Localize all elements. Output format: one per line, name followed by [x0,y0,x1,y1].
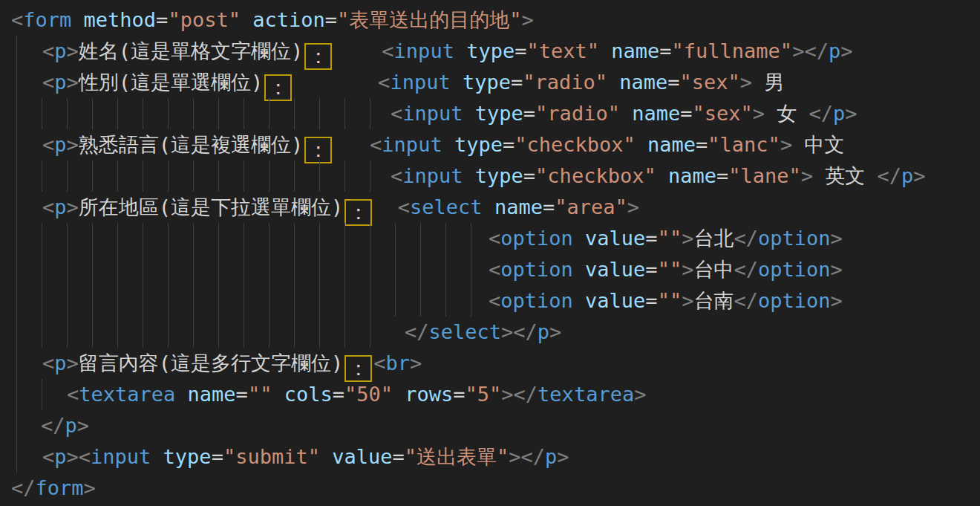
token-punctuation: > [740,71,752,94]
token-punctuation: ></ [509,445,545,468]
token-punctuation: </ [734,227,758,250]
token-punctuation: < [42,133,54,156]
code-line-10[interactable]: <option value="">台南</option> [0,285,980,317]
token-punctuation: > [913,164,925,187]
token-tag-name: option [500,227,573,250]
token-string-value: "radio" [523,71,607,94]
token-tag-name: option [758,258,831,281]
token-tag-name: select [429,320,502,343]
code-line-12[interactable]: <p>留言內容(這是多行文字欄位)：<br> [0,348,980,379]
token-string-value: "checkbox" [535,164,656,187]
token-punctuation: < [42,71,54,94]
token-punctuation: > [67,39,79,62]
token-tag-name: p [545,445,557,468]
code-line-7[interactable]: <p>所在地區(這是下拉選單欄位)： <select name="area"> [0,192,980,223]
token-plain-text [573,227,585,250]
token-plain-text [333,133,370,156]
token-punctuation: </ [734,258,758,281]
token-tag-name: input [91,445,151,468]
token-plain-text: 中文 [792,133,844,156]
token-plain-text: 英文 [813,164,878,187]
code-line-4[interactable]: <input type="radio" name="sex"> 女 </p> [0,98,980,129]
token-punctuation: > [830,289,842,312]
token-punctuation: > [753,102,765,125]
token-plain-text: 台南 [693,289,734,312]
token-plain-text [442,133,454,156]
token-punctuation: > [67,71,79,94]
token-plain-text [620,102,632,125]
unicode-highlight-fullwidth-colon: ： [304,137,332,163]
token-punctuation: < [42,39,54,62]
token-equals-operator: = [645,289,657,312]
token-equals-operator: = [716,164,728,187]
code-editor[interactable]: <form method="post" action="表單送出的目的地"><p… [0,0,980,506]
code-line-13[interactable]: <textarea name="" cols="50" rows="5"></t… [0,379,980,410]
token-plain-text [151,445,163,468]
code-line-11[interactable]: </select></p> [0,317,980,348]
code-line-1[interactable]: <form method="post" action="表單送出的目的地"> [0,4,980,36]
token-punctuation: < [489,289,500,312]
token-punctuation: > [830,258,842,281]
code-line-15[interactable]: <p><input type="submit" value="送出表單"></p… [0,441,980,473]
token-attribute-name: name [188,383,236,406]
token-punctuation: < [391,102,402,125]
token-tag-name: option [758,289,831,312]
code-line-16[interactable]: </form> [0,473,980,504]
code-line-6[interactable]: <input type="checkbox" name="lane"> 英文 <… [0,160,980,192]
token-attribute-name: type [454,133,503,156]
token-attribute-name: value [585,227,645,250]
token-string-value: "area" [555,195,627,218]
token-equals-operator: = [514,39,526,62]
token-punctuation: ></ [792,39,829,62]
token-punctuation: > [77,414,89,437]
token-punctuation: > [830,227,842,250]
token-plain-text [656,164,668,187]
token-punctuation: < [378,71,390,94]
token-tag-name: select [410,195,483,218]
token-tag-name: p [538,320,549,343]
token-punctuation: </ [405,320,429,343]
token-string-value: "submit" [223,445,320,468]
token-plain-text [573,258,585,281]
code-line-2[interactable]: <p>姓名(這是單格文字欄位)： <input type="text" name… [0,36,980,67]
code-line-5[interactable]: <p>熟悉語言(這是複選欄位)： <input type="checkbox" … [0,129,980,160]
token-string-value: "checkbox" [514,133,636,156]
token-attribute-name: name [668,164,716,187]
token-string-value: "" [658,258,682,281]
token-equals-operator: = [212,445,223,468]
token-string-value: "" [658,227,682,250]
token-punctuation: < [370,133,382,156]
code-line-3[interactable]: <p>性別(這是單選欄位)： <input type="radio" name=… [0,67,980,98]
token-attribute-name: name [611,39,659,62]
token-tag-name: option [758,227,831,250]
token-tag-name: form [23,8,71,31]
code-line-14[interactable]: </p> [0,410,980,441]
token-attribute-name: method [84,8,157,31]
code-line-9[interactable]: <option value="">台中</option> [0,254,980,285]
token-attribute-name: name [494,195,543,218]
token-attribute-name: type [475,164,523,187]
token-plain-text [320,445,332,468]
unicode-highlight-fullwidth-colon: ： [344,355,372,382]
code-line-8[interactable]: <option value="">台北</option> [0,223,980,254]
token-punctuation: > [557,445,569,468]
token-attribute-name: name [619,71,667,94]
token-tag-name: input [402,102,463,125]
token-tag-name: input [402,164,463,187]
token-punctuation: > [801,164,813,187]
token-punctuation: < [382,39,393,62]
token-punctuation: < [373,351,385,374]
token-plain-text: 熟悉語言(這是複選欄位) [79,133,304,156]
token-tag-name: p [54,445,66,468]
token-equals-operator: = [659,39,671,62]
token-attribute-name: type [466,39,514,62]
token-tag-name: textarea [79,383,175,406]
token-attribute-name: action [252,8,325,31]
token-attribute-name: name [632,102,680,125]
token-plain-text [454,39,466,62]
token-punctuation: < [42,351,54,374]
token-attribute-name: name [647,133,696,156]
token-plain-text [636,133,647,156]
token-punctuation: < [42,195,54,218]
token-punctuation: > [682,227,693,250]
